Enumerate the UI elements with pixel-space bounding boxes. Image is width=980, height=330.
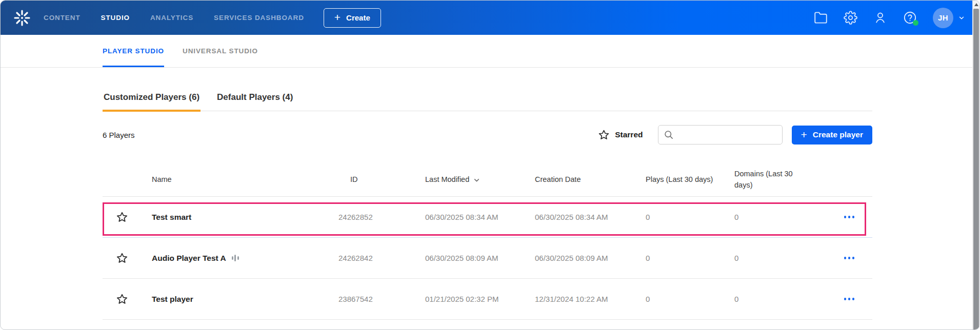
sub-nav-item-universal-studio[interactable]: UNIVERSAL STUDIO bbox=[183, 35, 258, 67]
players-count: 6 Players bbox=[103, 131, 135, 139]
scrollbar-up-arrow-icon[interactable] bbox=[974, 3, 978, 6]
plus-icon: + bbox=[801, 129, 807, 140]
last-modified: 06/30/2025 08:09 AM bbox=[425, 254, 535, 262]
sub-nav-item-player-studio[interactable]: PLAYER STUDIO bbox=[103, 35, 164, 67]
creation-date: 12/31/2024 10:22 AM bbox=[535, 295, 646, 303]
player-name: Test player bbox=[152, 295, 193, 304]
players-tabs: Customized Players (6)Default Players (4… bbox=[103, 92, 872, 111]
online-status-dot bbox=[913, 20, 918, 26]
gear-icon[interactable] bbox=[844, 11, 857, 25]
domains-count: 0 bbox=[734, 254, 826, 262]
create-button[interactable]: + Create bbox=[324, 8, 381, 28]
star-icon[interactable] bbox=[116, 211, 128, 223]
column-header-plays[interactable]: Plays (Last 30 days) bbox=[646, 174, 734, 185]
top-nav-item-studio[interactable]: STUDIO bbox=[101, 14, 130, 22]
last-modified: 06/30/2025 08:34 AM bbox=[425, 213, 535, 221]
create-player-button[interactable]: + Create player bbox=[792, 126, 873, 145]
row-actions-menu[interactable] bbox=[842, 295, 857, 303]
avatar: JH bbox=[933, 8, 953, 28]
player-id: 23867542 bbox=[338, 295, 425, 303]
player-id: 24262852 bbox=[338, 213, 425, 221]
player-name: Audio Player Test A bbox=[152, 254, 226, 263]
search-input[interactable] bbox=[678, 131, 777, 139]
table-header: Name ID Last Modified Creation Date Play… bbox=[103, 163, 872, 197]
tab-default-players-4[interactable]: Default Players (4) bbox=[216, 92, 294, 112]
vertical-scrollbar[interactable] bbox=[972, 1, 979, 329]
audio-player-icon bbox=[232, 255, 239, 261]
plus-icon: + bbox=[334, 12, 341, 23]
chevron-down-icon bbox=[958, 14, 965, 22]
row-actions-menu[interactable] bbox=[842, 254, 857, 262]
column-header-last-modified[interactable]: Last Modified bbox=[425, 174, 535, 185]
starred-filter-button[interactable]: Starred bbox=[598, 129, 643, 141]
kaltura-logo-icon[interactable] bbox=[12, 8, 32, 28]
search-icon bbox=[664, 130, 674, 140]
star-icon[interactable] bbox=[116, 293, 128, 305]
main-content: Customized Players (6)Default Players (4… bbox=[103, 92, 872, 320]
studio-sub-nav: PLAYER STUDIOUNIVERSAL STUDIO bbox=[1, 35, 972, 68]
plays-count: 0 bbox=[646, 213, 734, 221]
domains-count: 0 bbox=[734, 295, 826, 303]
user-menu[interactable]: JH bbox=[933, 8, 965, 28]
top-nav-item-analytics[interactable]: ANALYTICS bbox=[150, 14, 193, 22]
user-icon[interactable] bbox=[873, 11, 887, 25]
plays-count: 0 bbox=[646, 254, 734, 262]
row-actions-menu[interactable] bbox=[842, 213, 857, 221]
creation-date: 06/30/2025 08:09 AM bbox=[535, 254, 646, 262]
players-toolbar: 6 Players Starred bbox=[103, 125, 872, 145]
page: CONTENTSTUDIOANALYTICSSERVICES DASHBOARD… bbox=[1, 1, 972, 329]
plays-count: 0 bbox=[646, 295, 734, 303]
help-icon[interactable] bbox=[903, 11, 917, 25]
star-icon[interactable] bbox=[116, 252, 128, 264]
starred-label: Starred bbox=[615, 130, 643, 139]
last-modified: 01/21/2025 02:32 PM bbox=[425, 295, 535, 303]
column-header-domains[interactable]: Domains (Last 30 days) bbox=[734, 169, 826, 190]
player-id: 24262842 bbox=[338, 254, 425, 262]
star-icon bbox=[598, 129, 610, 141]
creation-date: 06/30/2025 08:34 AM bbox=[535, 213, 646, 221]
table-row[interactable]: Test player 23867542 01/21/2025 02:32 PM… bbox=[103, 279, 872, 320]
table-body: Test smart 24262852 06/30/2025 08:34 AM … bbox=[103, 197, 872, 320]
search-box bbox=[658, 125, 783, 145]
toolbar-actions: Starred + Create player bbox=[598, 125, 872, 145]
domains-count: 0 bbox=[734, 213, 826, 221]
column-header-id[interactable]: ID bbox=[338, 174, 425, 185]
tab-customized-players-6[interactable]: Customized Players (6) bbox=[103, 92, 201, 112]
create-button-label: Create bbox=[346, 13, 370, 22]
create-player-label: Create player bbox=[813, 130, 863, 139]
top-nav-actions: JH bbox=[814, 8, 972, 28]
folder-icon[interactable] bbox=[814, 11, 828, 25]
sort-chevron-icon bbox=[473, 177, 480, 183]
top-nav-item-services-dashboard[interactable]: SERVICES DASHBOARD bbox=[214, 14, 304, 22]
top-nav-menu: CONTENTSTUDIOANALYTICSSERVICES DASHBOARD bbox=[44, 14, 304, 22]
table-row[interactable]: Audio Player Test A 24262842 06/30/2025 … bbox=[103, 238, 872, 279]
top-nav-item-content[interactable]: CONTENT bbox=[44, 14, 81, 22]
column-header-creation-date[interactable]: Creation Date bbox=[535, 174, 646, 185]
app-window: CONTENTSTUDIOANALYTICSSERVICES DASHBOARD… bbox=[0, 0, 980, 330]
table-row[interactable]: Test smart 24262852 06/30/2025 08:34 AM … bbox=[103, 197, 872, 238]
player-name: Test smart bbox=[152, 213, 191, 222]
top-nav: CONTENTSTUDIOANALYTICSSERVICES DASHBOARD… bbox=[1, 1, 972, 35]
players-table: Name ID Last Modified Creation Date Play… bbox=[103, 163, 872, 320]
column-header-name[interactable]: Name bbox=[152, 174, 338, 185]
scrollbar-thumb[interactable] bbox=[973, 9, 979, 329]
